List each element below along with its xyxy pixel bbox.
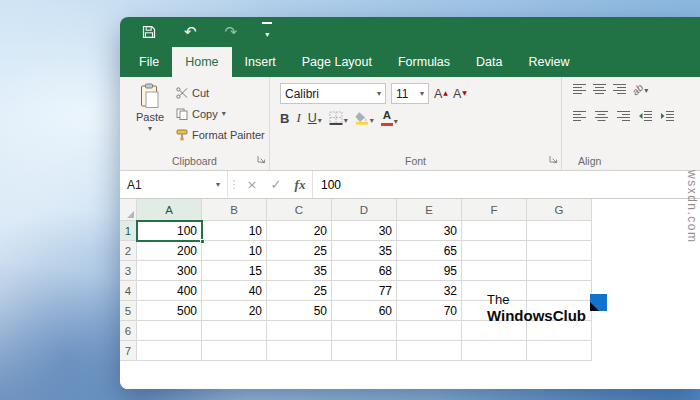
cell-D1[interactable]: 30 <box>332 221 397 241</box>
cell-D3[interactable]: 68 <box>332 261 397 281</box>
cell-F1[interactable] <box>462 221 527 241</box>
cell-E2[interactable]: 65 <box>397 241 462 261</box>
copy-button[interactable]: Copy ▾ <box>176 106 265 122</box>
enter-button[interactable]: ✓ <box>264 171 288 198</box>
cell-C7[interactable] <box>267 341 332 361</box>
cell-B5[interactable]: 20 <box>202 301 267 321</box>
row-header-7[interactable]: 7 <box>120 341 137 361</box>
cell-D4[interactable]: 77 <box>332 281 397 301</box>
cell-C4[interactable]: 25 <box>267 281 332 301</box>
align-center-button[interactable] <box>594 110 609 122</box>
column-header-F[interactable]: F <box>462 199 527 221</box>
cell-E5[interactable]: 70 <box>397 301 462 321</box>
cell-A5[interactable]: 500 <box>137 301 202 321</box>
customize-quick-access-button[interactable]: ▾ <box>265 21 269 43</box>
tab-home[interactable]: Home <box>172 47 231 77</box>
cell-C2[interactable]: 25 <box>267 241 332 261</box>
column-header-A[interactable]: A <box>137 199 202 221</box>
cell-C3[interactable]: 35 <box>267 261 332 281</box>
orientation-button[interactable]: ab ▾ <box>632 84 648 95</box>
cell-D2[interactable]: 35 <box>332 241 397 261</box>
tab-formulas[interactable]: Formulas <box>385 47 463 77</box>
increase-indent-button[interactable] <box>660 110 675 122</box>
name-box[interactable]: A1 ▾ <box>120 171 228 198</box>
cell-G7[interactable] <box>527 341 592 361</box>
row-header-2[interactable]: 2 <box>120 241 137 261</box>
row-header-1[interactable]: 1 <box>120 221 137 241</box>
save-button[interactable] <box>142 21 156 43</box>
formula-bar-splitter[interactable]: ⋮ <box>228 171 240 198</box>
decrease-indent-button[interactable] <box>638 110 653 122</box>
cell-E7[interactable] <box>397 341 462 361</box>
cell-B6[interactable] <box>202 321 267 341</box>
align-top-button[interactable] <box>572 83 587 95</box>
increase-font-size-button[interactable]: A ▲ <box>434 87 448 101</box>
formula-input[interactable]: 100 <box>312 171 700 198</box>
row-header-6[interactable]: 6 <box>120 321 137 341</box>
tab-review[interactable]: Review <box>515 47 582 77</box>
tab-page-layout[interactable]: Page Layout <box>289 47 385 77</box>
paste-button[interactable]: Paste ▾ <box>128 83 172 155</box>
format-painter-button[interactable]: Format Painter <box>176 127 265 143</box>
cell-B1[interactable]: 10 <box>202 221 267 241</box>
cell-A6[interactable] <box>137 321 202 341</box>
redo-button[interactable]: ↷ <box>225 21 238 43</box>
cell-F7[interactable] <box>462 341 527 361</box>
cell-C5[interactable]: 50 <box>267 301 332 321</box>
cell-B3[interactable]: 15 <box>202 261 267 281</box>
column-header-B[interactable]: B <box>202 199 267 221</box>
cell-A4[interactable]: 400 <box>137 281 202 301</box>
clipboard-dialog-launcher[interactable] <box>257 152 266 167</box>
row-header-3[interactable]: 3 <box>120 261 137 281</box>
cell-G3[interactable] <box>527 261 592 281</box>
font-name-combo[interactable]: Calibri ▾ <box>280 83 386 104</box>
row-header-5[interactable]: 5 <box>120 301 137 321</box>
font-color-button[interactable]: A ▾ <box>381 110 398 126</box>
decrease-font-size-button[interactable]: A ▼ <box>453 87 467 101</box>
row-header-4[interactable]: 4 <box>120 281 137 301</box>
align-right-button[interactable] <box>616 110 631 122</box>
borders-button[interactable]: ▾ <box>329 111 348 125</box>
select-all-button[interactable] <box>120 199 137 221</box>
cancel-button[interactable]: × <box>240 171 264 198</box>
insert-function-button[interactable]: fx <box>288 171 312 198</box>
cell-A3[interactable]: 300 <box>137 261 202 281</box>
align-bottom-button[interactable] <box>612 83 627 95</box>
column-header-C[interactable]: C <box>267 199 332 221</box>
bold-button[interactable]: B <box>280 111 289 126</box>
tab-insert[interactable]: Insert <box>232 47 289 77</box>
cell-F2[interactable] <box>462 241 527 261</box>
cell-G1[interactable] <box>527 221 592 241</box>
cell-F3[interactable] <box>462 261 527 281</box>
align-left-button[interactable] <box>572 110 587 122</box>
column-header-G[interactable]: G <box>527 199 592 221</box>
cell-D6[interactable] <box>332 321 397 341</box>
cell-E4[interactable]: 32 <box>397 281 462 301</box>
cell-C1[interactable]: 20 <box>267 221 332 241</box>
cell-B7[interactable] <box>202 341 267 361</box>
cell-E3[interactable]: 95 <box>397 261 462 281</box>
cell-B2[interactable]: 10 <box>202 241 267 261</box>
undo-button[interactable]: ↶ <box>184 21 197 43</box>
cell-D7[interactable] <box>332 341 397 361</box>
cell-G2[interactable] <box>527 241 592 261</box>
cell-A2[interactable]: 200 <box>137 241 202 261</box>
cell-A1[interactable]: 100 <box>137 221 202 241</box>
cell-A7[interactable] <box>137 341 202 361</box>
column-header-D[interactable]: D <box>332 199 397 221</box>
cell-C6[interactable] <box>267 321 332 341</box>
cell-D5[interactable]: 60 <box>332 301 397 321</box>
font-dialog-launcher[interactable] <box>549 152 558 167</box>
tab-file[interactable]: File <box>126 47 172 77</box>
cut-button[interactable]: Cut <box>176 85 265 101</box>
italic-button[interactable]: I <box>296 110 300 126</box>
cell-B4[interactable]: 40 <box>202 281 267 301</box>
cell-E6[interactable] <box>397 321 462 341</box>
fill-color-button[interactable]: ▾ <box>355 111 374 125</box>
font-size-combo[interactable]: 11 ▾ <box>391 83 429 104</box>
underline-button[interactable]: U ▾ <box>308 111 322 125</box>
tab-data[interactable]: Data <box>463 47 515 77</box>
cell-E1[interactable]: 30 <box>397 221 462 241</box>
column-header-E[interactable]: E <box>397 199 462 221</box>
align-middle-button[interactable] <box>592 83 607 95</box>
